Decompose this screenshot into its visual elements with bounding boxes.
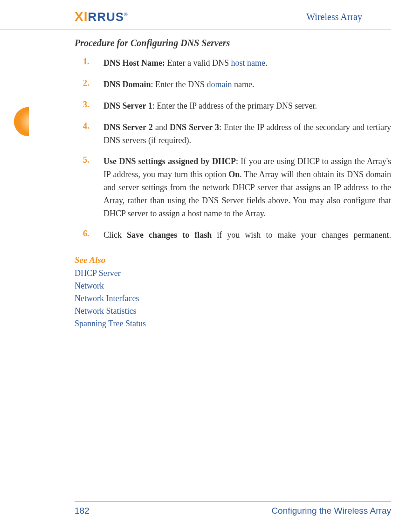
step-text: and <box>153 123 170 132</box>
step-text: : Enter the IP address of the primary DN… <box>152 101 317 110</box>
procedure-list: 1. DNS Host Name: Enter a valid DNS host… <box>103 57 391 242</box>
registered-icon: ® <box>124 12 128 17</box>
step-label: Use DNS settings assigned by DHCP <box>103 157 236 166</box>
emphasis-text: Save changes to flash <box>127 230 212 240</box>
step-text: Click <box>103 230 127 240</box>
step-text: . <box>265 58 268 68</box>
section-tab-icon <box>0 107 29 136</box>
emphasis-text: On <box>228 170 240 179</box>
list-item: 5. Use DNS settings assigned by DHCP: If… <box>103 155 391 220</box>
step-label: DNS Server 1 <box>103 101 152 110</box>
step-text: : Enter the DNS <box>151 80 207 89</box>
header-product-name: Wireless Array <box>306 12 362 22</box>
list-item: 1. DNS Host Name: Enter a valid DNS host… <box>103 57 391 70</box>
see-also-link[interactable]: Spanning Tree Status <box>75 317 391 330</box>
logo-letter-x: X <box>75 9 84 24</box>
see-also-link[interactable]: Network Statistics <box>75 305 391 317</box>
step-number: 5. <box>83 155 90 165</box>
logo-letters-rest: RRUS <box>88 10 124 24</box>
logo-letter-i: I <box>84 9 88 24</box>
glossary-link[interactable]: domain <box>207 80 232 89</box>
glossary-link[interactable]: host name <box>231 58 265 68</box>
see-also-link[interactable]: Network <box>75 280 391 292</box>
list-item: 6. Click Save changes to flash if you wi… <box>103 229 391 242</box>
step-text: Enter a valid DNS <box>167 58 231 68</box>
list-item: 3. DNS Server 1: Enter the IP address of… <box>103 100 391 113</box>
step-number: 2. <box>83 78 90 88</box>
page-footer: 182 Configuring the Wireless Array <box>0 498 420 516</box>
list-item: 2. DNS Domain: Enter the DNS domain name… <box>103 78 391 91</box>
see-also-list: DHCP Server Network Network Interfaces N… <box>75 267 391 330</box>
step-number: 3. <box>83 100 90 110</box>
step-text: name. <box>232 80 255 89</box>
page-content: Procedure for Configuring DNS Servers 1.… <box>0 38 420 330</box>
step-label: DNS Server 2 <box>103 123 153 132</box>
step-label: DNS Server 3 <box>170 123 219 132</box>
step-number: 6. <box>83 229 90 239</box>
page-header: XIRRUS® Wireless Array <box>0 9 391 29</box>
see-also-heading: See Also <box>75 255 391 265</box>
step-number: 1. <box>83 57 90 67</box>
step-number: 4. <box>83 121 90 131</box>
list-item: 4. DNS Server 2 and DNS Server 3: Enter … <box>103 121 391 147</box>
step-text: if you wish to make your changes permane… <box>212 230 391 240</box>
see-also-link[interactable]: Network Interfaces <box>75 292 391 305</box>
brand-logo: XIRRUS® <box>75 9 128 24</box>
chapter-title: Configuring the Wireless Array <box>271 506 391 516</box>
see-also-link[interactable]: DHCP Server <box>75 267 391 280</box>
page-number: 182 <box>75 506 90 516</box>
step-label: DNS Domain <box>103 80 151 89</box>
step-label: DNS Host Name: <box>103 58 167 68</box>
section-title: Procedure for Configuring DNS Servers <box>75 38 391 48</box>
